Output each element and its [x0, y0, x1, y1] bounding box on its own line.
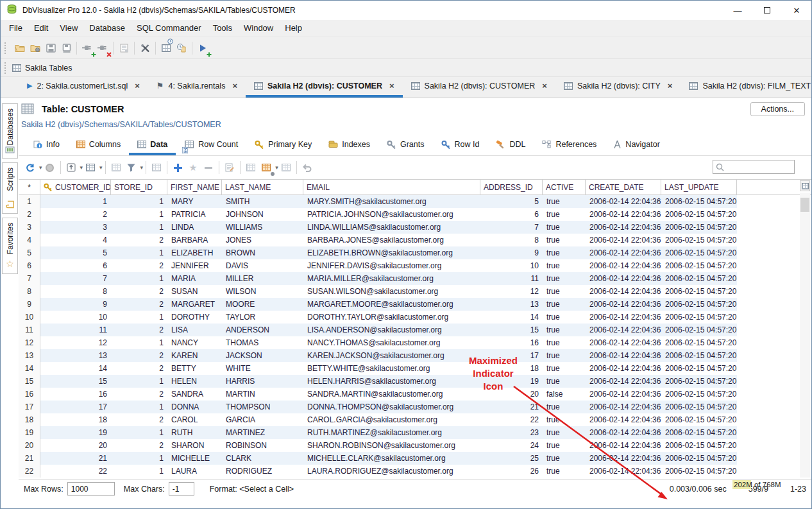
cell[interactable]: 2006-02-15 04:57:20 [661, 285, 737, 298]
cell[interactable]: 26 [480, 465, 543, 478]
cell[interactable]: JONES [222, 234, 303, 246]
tab-ddl[interactable]: DDL [487, 135, 534, 155]
cell[interactable]: true [543, 324, 586, 336]
maximize-button[interactable] [752, 1, 782, 20]
cell[interactable]: 2006-02-15 04:57:20 [661, 336, 737, 349]
table-row[interactable]: 19191RUTHMARTINEZRUTH.MARTINEZ@sakilacus… [19, 426, 811, 439]
save-filter-icon[interactable] [149, 160, 164, 175]
cell[interactable]: true [543, 272, 586, 285]
cell[interactable]: HARRIS [222, 375, 303, 388]
cell[interactable]: 1 [111, 452, 167, 465]
tab-data[interactable]: Data [129, 135, 176, 155]
table-row[interactable]: 12121NANCYTHOMASNANCY.THOMAS@sakilacusto… [19, 336, 811, 349]
cell[interactable]: true [543, 259, 586, 272]
cell[interactable]: 20 [40, 439, 111, 452]
export-icon[interactable] [63, 160, 79, 175]
cell[interactable]: KAREN [167, 349, 222, 362]
cell[interactable]: TAYLOR [222, 311, 303, 324]
cell[interactable]: ROBINSON [222, 439, 303, 452]
menu-help[interactable]: Help [279, 20, 308, 37]
menu-database[interactable]: Database [83, 20, 131, 37]
menu-file[interactable]: File [3, 20, 28, 37]
row-number[interactable]: 1 [19, 195, 40, 208]
cell[interactable]: 2006-02-15 04:57:20 [661, 298, 737, 311]
cell[interactable]: WILSON [222, 285, 303, 298]
cell[interactable]: 2006-02-15 04:57:20 [661, 388, 737, 401]
cell[interactable]: 2 [40, 208, 111, 221]
cell[interactable]: 2006-02-15 04:57:20 [661, 234, 737, 246]
cell[interactable]: THOMAS [222, 336, 303, 349]
cell[interactable]: 1 [111, 221, 167, 234]
cell[interactable]: 7 [480, 221, 543, 234]
cell[interactable]: 2006-02-14 22:04:36 [586, 401, 661, 413]
cell[interactable]: WHITE [222, 362, 303, 375]
table-row[interactable]: 17171DONNATHOMPSONDONNA.THOMPSON@sakilac… [19, 401, 811, 413]
cell[interactable]: 14 [480, 311, 543, 324]
cell[interactable]: LINDA.WILLIAMS@sakilacustomer.org [303, 221, 480, 234]
cell[interactable]: MARGARET.MOORE@sakilacustomer.org [303, 298, 480, 311]
cell[interactable]: 1 [111, 401, 167, 413]
sidebar-tab-databases[interactable]: Databases [2, 103, 18, 159]
table-row[interactable]: 662JENNIFERDAVISJENNIFER.DAVIS@sakilacus… [19, 259, 811, 272]
table-row[interactable]: 882SUSANWILSONSUSAN.WILSON@sakilacustome… [19, 285, 811, 298]
disconnect-icon[interactable] [95, 40, 110, 56]
tab-customer-2[interactable]: Sakila H2 (dbvis): CUSTOMER × [403, 76, 555, 98]
cell[interactable]: 15 [40, 375, 111, 388]
row-number[interactable]: 7 [19, 272, 40, 285]
cell[interactable]: DAVIS [222, 259, 303, 272]
tab-close-icon[interactable]: × [542, 81, 547, 91]
table-row[interactable]: 10101DOROTHYTAYLORDOROTHY.TAYLOR@sakilac… [19, 311, 811, 324]
save-as-icon[interactable] [58, 40, 74, 56]
row-number[interactable]: 22 [19, 465, 40, 478]
cell[interactable]: 2006-02-15 04:57:20 [661, 272, 737, 285]
cell[interactable]: 10 [40, 311, 111, 324]
cell[interactable]: 22 [480, 413, 543, 426]
cell[interactable]: 1 [111, 208, 167, 221]
menu-tools[interactable]: Tools [207, 20, 238, 37]
cell[interactable]: 2006-02-15 04:57:20 [661, 413, 737, 426]
cell[interactable]: 2 [111, 362, 167, 375]
cell[interactable]: 2006-02-14 22:04:36 [586, 221, 661, 234]
cell[interactable]: 1 [111, 336, 167, 349]
table-row[interactable]: 14142BETTYWHITEBETTY.WHITE@sakilacustome… [19, 362, 811, 375]
cell[interactable]: 2006-02-15 04:57:20 [661, 246, 737, 259]
cell[interactable]: MICHELLE.CLARK@sakilacustomer.org [303, 452, 480, 465]
cell[interactable]: 2006-02-14 22:04:36 [586, 272, 661, 285]
grid-monitor-icon[interactable] [158, 40, 174, 56]
cell[interactable]: 2 [111, 285, 167, 298]
column-header-last-name[interactable]: LAST_NAME [222, 180, 303, 194]
cell[interactable]: true [543, 439, 586, 452]
cell[interactable]: 2006-02-14 22:04:36 [586, 195, 661, 208]
menu-view[interactable]: View [54, 20, 83, 37]
cell[interactable]: MARY [167, 195, 222, 208]
cell[interactable]: JENNIFER [167, 259, 222, 272]
cell[interactable]: BROWN [222, 246, 303, 259]
cell[interactable]: true [543, 221, 586, 234]
cell[interactable]: MARY.SMITH@sakilacustomer.org [303, 195, 480, 208]
cell[interactable]: NANCY.THOMAS@sakilacustomer.org [303, 336, 480, 349]
tool-properties-icon[interactable] [137, 40, 153, 56]
dropdown-arrow-icon[interactable]: ▾ [140, 164, 144, 171]
cell[interactable]: true [543, 208, 586, 221]
cell[interactable]: true [543, 285, 586, 298]
table-row[interactable]: 992MARGARETMOOREMARGARET.MOORE@sakilacus… [19, 298, 811, 311]
dropdown-arrow-icon[interactable]: ▾ [99, 164, 103, 171]
tab-close-icon[interactable]: × [135, 81, 140, 91]
cell[interactable]: 2 [111, 324, 167, 336]
table-row[interactable]: 771MARIAMILLERMARIA.MILLER@sakilacustome… [19, 272, 811, 285]
cell[interactable]: 1 [111, 375, 167, 388]
row-number[interactable]: 15 [19, 375, 40, 388]
cell[interactable]: true [543, 298, 586, 311]
cell[interactable]: 1 [111, 195, 167, 208]
minimize-button[interactable]: — [723, 1, 752, 20]
cell[interactable]: false [543, 388, 586, 401]
tab-row-count[interactable]: Row Count [176, 135, 246, 155]
delete-row-icon[interactable] [201, 160, 216, 175]
cell[interactable]: 2006-02-15 04:57:20 [661, 375, 737, 388]
cell[interactable]: 16 [40, 388, 111, 401]
cell[interactable]: 1 [111, 311, 167, 324]
cell[interactable]: CAROL [167, 413, 222, 426]
row-number[interactable]: 3 [19, 221, 40, 234]
cell[interactable]: 1 [111, 465, 167, 478]
table-row[interactable]: 22221LAURARODRIGUEZLAURA.RODRIGUEZ@sakil… [19, 465, 811, 478]
